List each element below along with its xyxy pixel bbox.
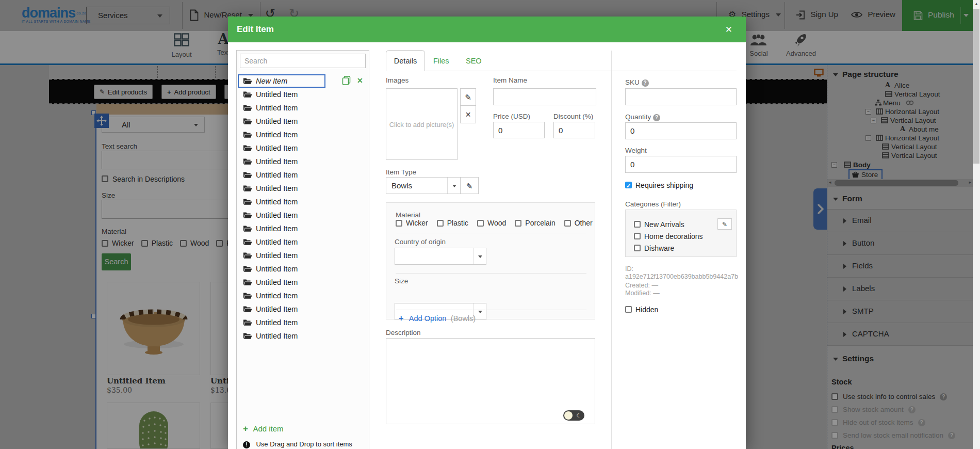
item-list-panel: New Item ✕ Untitled Item ✕ — [236, 50, 369, 449]
folder-icon — [243, 171, 252, 179]
options-group: Material WickerPlasticWoodPorcelainOther… — [386, 202, 595, 319]
material-options: WickerPlasticWoodPorcelainOther — [396, 219, 593, 227]
material-option[interactable]: Porcelain — [515, 219, 555, 227]
item-row[interactable]: Untitled Item ✕ — [237, 101, 369, 115]
chevron-down-icon — [452, 185, 456, 187]
item-row[interactable]: Untitled Item ✕ — [237, 182, 369, 195]
item-row[interactable]: Untitled Item ✕ — [237, 262, 369, 276]
folder-icon — [243, 77, 252, 85]
browser-scrollbar-thumb[interactable] — [973, 9, 979, 164]
tab-border — [386, 71, 737, 71]
description-label: Description — [386, 329, 421, 336]
category-option[interactable]: New Arrivals — [634, 218, 703, 230]
category-options: New ArrivalsHome decorationsDishware — [634, 218, 703, 254]
material-option[interactable]: Plastic — [437, 219, 468, 227]
item-row[interactable]: Untitled Item ✕ — [237, 209, 369, 222]
weight-input[interactable] — [625, 156, 737, 173]
item-row[interactable]: Untitled Item ✕ — [237, 249, 369, 262]
item-name-label: Item Name — [493, 76, 527, 84]
edit-item-type-button[interactable]: ✎ — [460, 177, 479, 194]
help-icon: ? — [642, 79, 649, 87]
item-row[interactable]: Untitled Item ✕ — [237, 155, 369, 168]
folder-icon — [243, 212, 252, 219]
item-row[interactable]: Untitled Item ✕ — [237, 88, 369, 101]
chevron-down-icon — [478, 255, 482, 258]
item-row[interactable]: Untitled Item ✕ — [237, 289, 369, 302]
item-row[interactable]: New Item ✕ — [237, 74, 369, 88]
checkbox — [634, 233, 641, 239]
folder-icon — [243, 198, 252, 205]
requires-shipping-checkbox[interactable]: ✓ — [625, 182, 632, 188]
hidden-checkbox[interactable] — [625, 306, 632, 313]
item-row[interactable]: Untitled Item ✕ — [237, 195, 369, 209]
divider — [473, 248, 473, 264]
item-row[interactable]: Untitled Item ✕ — [237, 276, 369, 289]
category-option[interactable]: Dishware — [634, 242, 703, 254]
dark-mode-toggle[interactable]: ☾ — [563, 410, 584, 421]
material-option[interactable]: Other — [564, 219, 593, 227]
item-row[interactable]: Untitled Item ✕ — [237, 141, 369, 155]
item-type-label: Item Type — [386, 168, 416, 176]
item-name-input[interactable] — [493, 88, 596, 105]
divider — [396, 310, 586, 310]
edit-images-button[interactable]: ✎ — [460, 88, 476, 106]
quantity-input[interactable] — [625, 122, 737, 139]
edit-categories-button[interactable]: ✎ — [717, 218, 732, 230]
weight-label: Weight — [625, 147, 647, 154]
item-type-select[interactable]: Bowls — [386, 177, 461, 194]
folder-icon — [243, 225, 252, 232]
item-row[interactable]: Untitled Item ✕ — [237, 302, 369, 316]
checkbox — [564, 220, 571, 227]
item-actions: ✕ — [342, 76, 363, 85]
country-select[interactable] — [395, 248, 486, 265]
material-option[interactable]: Wicker — [396, 219, 428, 227]
discount-input[interactable] — [553, 122, 595, 138]
checkbox — [396, 220, 402, 227]
tab-details[interactable]: Details — [386, 50, 425, 71]
item-row[interactable]: Untitled Item ✕ — [237, 128, 369, 141]
folder-icon — [243, 238, 252, 246]
price-input[interactable] — [493, 122, 545, 138]
tab-seo[interactable]: SEO — [466, 57, 482, 65]
item-row[interactable]: Untitled Item ✕ — [237, 115, 369, 128]
image-upload-box[interactable]: Click to add picture(s) — [386, 88, 458, 160]
checkbox — [437, 220, 444, 227]
hidden-label: Hidden — [635, 306, 658, 314]
item-list: New Item ✕ Untitled Item ✕ — [237, 74, 369, 343]
dialog-title: Edit Item — [237, 24, 274, 35]
item-row[interactable]: Untitled Item ✕ — [237, 235, 369, 249]
images-label: Images — [386, 76, 409, 84]
item-search-input[interactable] — [240, 54, 366, 68]
sku-label: SKU ? — [625, 78, 649, 87]
categories-box: New ArrivalsHome decorationsDishware ✎ — [625, 210, 737, 257]
clear-images-button[interactable]: ✕ — [460, 105, 476, 123]
material-option[interactable]: Wood — [477, 219, 506, 227]
item-row[interactable]: Untitled Item ✕ — [237, 316, 369, 329]
sku-input[interactable] — [625, 88, 737, 105]
folder-icon — [243, 185, 252, 192]
pencil-icon: ✎ — [722, 221, 727, 228]
folder-icon — [243, 306, 252, 313]
item-row[interactable]: Untitled Item ✕ — [237, 168, 369, 182]
close-icon[interactable]: ✕ — [725, 24, 732, 35]
folder-icon — [243, 158, 252, 165]
size-label: Size — [395, 277, 408, 285]
divider — [447, 178, 448, 194]
checkbox — [634, 245, 641, 251]
folder-icon — [243, 118, 252, 125]
duplicate-icon[interactable] — [342, 76, 351, 85]
pencil-icon: ✎ — [466, 182, 473, 190]
item-row[interactable]: Untitled Item ✕ — [237, 329, 369, 343]
tab-files[interactable]: Files — [433, 57, 449, 65]
checkbox — [477, 220, 484, 227]
folder-icon — [243, 265, 252, 272]
description-textarea[interactable] — [386, 338, 595, 424]
item-row[interactable]: Untitled Item ✕ — [237, 222, 369, 235]
add-item-button[interactable]: + Add item — [243, 424, 284, 434]
divider — [396, 273, 586, 274]
delete-item-icon[interactable]: ✕ — [357, 76, 363, 85]
add-option-button[interactable]: + Add Option (Bowls) — [399, 314, 476, 323]
category-option[interactable]: Home decorations — [634, 230, 703, 242]
scroll-up-icon[interactable]: ▲ — [974, 2, 978, 6]
country-label: Country of origin — [395, 238, 446, 246]
